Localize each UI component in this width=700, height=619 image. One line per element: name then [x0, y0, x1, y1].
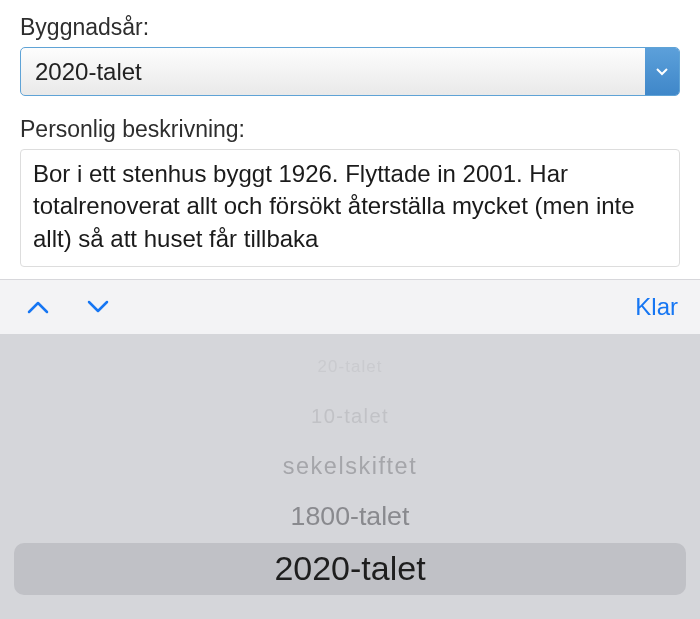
- year-label: Byggnadsår:: [20, 14, 680, 41]
- description-label: Personlig beskrivning:: [20, 116, 680, 143]
- next-field-button[interactable]: [80, 287, 116, 327]
- prev-field-button[interactable]: [20, 287, 56, 327]
- keyboard-accessory-bar: Klar: [0, 279, 700, 334]
- chevron-down-icon: [87, 300, 109, 314]
- chevron-up-icon: [27, 300, 49, 314]
- picker-option[interactable]: 10-talet: [116, 405, 585, 428]
- picker-option[interactable]: 1800-talet: [39, 501, 662, 531]
- year-select[interactable]: 2020-talet: [20, 47, 680, 96]
- picker-wheel[interactable]: 20-talet10-taletsekelskiftet1800-talet20…: [0, 334, 700, 619]
- picker-option[interactable]: 20-talet: [154, 356, 546, 375]
- year-select-value: 2020-talet: [35, 58, 142, 86]
- description-text: Bor i ett stenhus byggt 1926. Flyttade i…: [33, 160, 635, 252]
- picker-option-selected[interactable]: 2020-talet: [0, 549, 700, 588]
- description-textarea[interactable]: Bor i ett stenhus byggt 1926. Flyttade i…: [20, 149, 680, 267]
- done-button[interactable]: Klar: [633, 289, 680, 325]
- dropdown-arrow-icon: [645, 48, 679, 95]
- picker-option[interactable]: sekelskiftet: [77, 453, 623, 480]
